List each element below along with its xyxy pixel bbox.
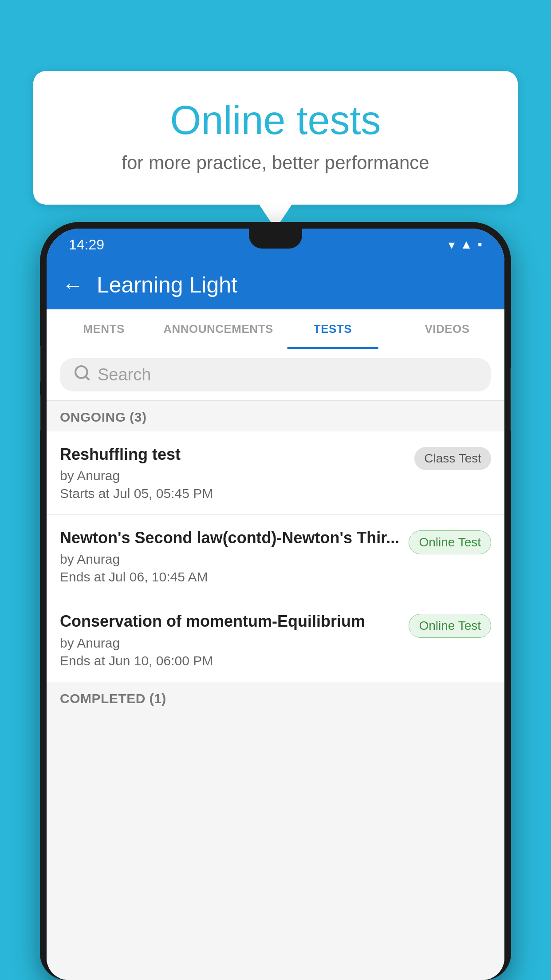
completed-section-title: COMPLETED (1) — [60, 691, 166, 706]
bubble-title: Online tests — [69, 98, 482, 143]
test-item-time: Starts at Jul 05, 05:45 PM — [60, 486, 405, 501]
status-time: 14:29 — [69, 237, 104, 253]
signal-icon: ▲ — [460, 237, 472, 252]
test-item-title: Newton's Second law(contd)-Newton's Thir… — [60, 528, 400, 547]
test-item-content: Conservation of momentum-Equilibrium by … — [60, 612, 400, 668]
ongoing-section-title: ONGOING (3) — [60, 410, 147, 424]
test-item-author: by Anurag — [60, 468, 405, 483]
test-badge-class: Class Test — [414, 447, 491, 470]
speech-bubble-container: Online tests for more practice, better p… — [33, 71, 518, 205]
search-container: Search — [47, 349, 504, 401]
bubble-subtitle: for more practice, better performance — [69, 152, 482, 174]
status-icons: ▾ ▲ ▪ — [449, 237, 482, 252]
test-item-time: Ends at Jun 10, 06:00 PM — [60, 653, 400, 668]
test-badge-online: Online Test — [409, 530, 491, 554]
test-item-author: by Anurag — [60, 636, 400, 651]
test-item-author: by Anurag — [60, 552, 400, 567]
status-bar: 14:29 ▾ ▲ ▪ — [47, 229, 504, 261]
app-title: Learning Light — [97, 272, 237, 298]
screen-content: Search ONGOING (3) Reshuffling test by A… — [47, 349, 504, 980]
test-item-time: Ends at Jul 06, 10:45 AM — [60, 569, 400, 585]
side-button-volume-down — [40, 395, 41, 431]
wifi-icon: ▾ — [449, 237, 455, 252]
test-item[interactable]: Newton's Second law(contd)-Newton's Thir… — [47, 515, 504, 598]
back-button[interactable]: ← — [62, 273, 83, 297]
test-item-title: Reshuffling test — [60, 445, 405, 464]
tabs-bar: MENTS ANNOUNCEMENTS TESTS VIDEOS — [47, 309, 504, 349]
search-placeholder: Search — [98, 365, 151, 384]
side-button-volume-up — [40, 346, 41, 382]
tab-ments[interactable]: MENTS — [47, 309, 161, 349]
test-item-title: Conservation of momentum-Equilibrium — [60, 612, 400, 631]
notch — [249, 229, 302, 249]
completed-section-header: COMPLETED (1) — [47, 682, 504, 713]
battery-icon: ▪ — [478, 237, 482, 252]
test-item[interactable]: Reshuffling test by Anurag Starts at Jul… — [47, 431, 504, 515]
phone-screen: 14:29 ▾ ▲ ▪ ← Learning Light MENTS ANNOU… — [47, 229, 504, 980]
tab-announcements[interactable]: ANNOUNCEMENTS — [161, 309, 276, 349]
speech-bubble: Online tests for more practice, better p… — [33, 71, 518, 205]
test-badge-online: Online Test — [409, 614, 491, 638]
app-bar: ← Learning Light — [47, 261, 504, 309]
tab-videos[interactable]: VIDEOS — [390, 309, 504, 349]
test-item-content: Newton's Second law(contd)-Newton's Thir… — [60, 528, 400, 585]
side-button-power — [510, 368, 511, 431]
tab-tests[interactable]: TESTS — [276, 309, 390, 349]
search-icon — [73, 364, 91, 386]
test-item[interactable]: Conservation of momentum-Equilibrium by … — [47, 598, 504, 682]
test-item-content: Reshuffling test by Anurag Starts at Jul… — [60, 445, 405, 501]
ongoing-section-header: ONGOING (3) — [47, 401, 504, 431]
svg-line-1 — [86, 376, 89, 379]
phone-frame: 14:29 ▾ ▲ ▪ ← Learning Light MENTS ANNOU… — [40, 222, 511, 980]
search-bar[interactable]: Search — [60, 358, 491, 391]
